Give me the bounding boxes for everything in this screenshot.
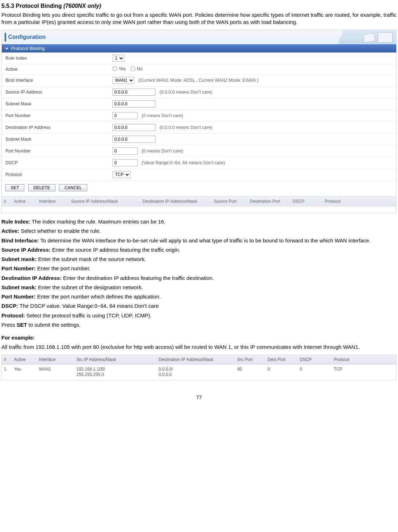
example-heading: For example: (1, 334, 397, 341)
triangle-down-icon (5, 48, 8, 50)
page-number: 77 (1, 395, 397, 400)
description-line: Rule Index: The index marking the rule. … (1, 218, 397, 225)
heading-note: (7600NX only) (63, 3, 101, 9)
col-sport: Source Port (212, 197, 248, 206)
section-bar-title: Protocol Binding (11, 46, 45, 51)
col-src: Source IP Address/Mask (69, 197, 140, 206)
ex-val-dscp: 0 (298, 365, 332, 380)
heading-title: Protocol Binding (16, 3, 62, 9)
dscp-input[interactable] (113, 159, 138, 166)
config-title: Configuration (5, 33, 46, 41)
description-term: Subnet mask: (1, 256, 36, 262)
label-rule-index: Rule Index (2, 52, 109, 64)
description-line: Source IP Address: Enter the source IP a… (1, 246, 397, 254)
config-header: Configuration (2, 30, 396, 44)
col-dscp: DSCP (290, 197, 323, 206)
description-line: Destination IP Address: Enter the destin… (1, 275, 397, 282)
label-dscp: DSCP (2, 157, 109, 169)
description-line: Protocol: Select the protocol traffic is… (1, 312, 397, 319)
bind-interface-hint: (Current WAN1 Mode: ADSL , Current WAN2 … (138, 78, 258, 83)
row-dest-ip: Destination IP Address (0.0.0.0 means Do… (2, 122, 396, 134)
label-protocol: Protocol (2, 169, 109, 181)
source-ip-input[interactable] (113, 89, 155, 96)
description-term: Destination IP Address: (1, 275, 61, 281)
label-dest-ip: Destination IP Address (2, 122, 109, 134)
ex-col-num: # (2, 355, 12, 364)
ex-val-dst: 0.0.0.0/ 0.0.0.0 (156, 365, 235, 380)
ex-val-interface: WAN1 (37, 365, 74, 380)
description-term: Source IP Address: (1, 247, 51, 253)
ex-val-active: Yes (12, 365, 37, 380)
description-term: Bind Interface: (1, 237, 39, 244)
ex-col-active: Active (12, 355, 37, 364)
section-bar[interactable]: Protocol Binding (2, 44, 396, 52)
dest-ip-input[interactable] (113, 124, 155, 131)
row-port-number-2: Port Number (0 means Don't care) (2, 145, 396, 157)
row-port-number-1: Port Number (0 means Don't care) (2, 110, 396, 122)
rule-index-select[interactable]: 1 (113, 55, 124, 62)
label-active: Active (2, 64, 109, 75)
row-subnet-mask-2: Subnet Mask (2, 134, 396, 145)
description-text: Select whether to enable the rule. (19, 228, 101, 234)
label-bind-interface: Bind Interface (2, 75, 109, 86)
row-subnet-mask-1: Subnet Mask (2, 98, 396, 110)
delete-button[interactable]: DELETE (28, 184, 56, 191)
row-rule-index: Rule Index 1 (2, 52, 396, 64)
example-row: 1 Yes WAN1 192.168.1.105/ 255.255.255.0 … (2, 365, 396, 380)
heading-number: 5.5.3 (1, 3, 14, 9)
ex-col-dscp: DSCP (298, 355, 332, 364)
description-line: Port Number: Enter the port number. (1, 265, 397, 272)
description-text: Enter the subnet mask of the source netw… (36, 256, 146, 262)
bind-interface-select[interactable]: WAN1 (113, 77, 134, 84)
description-term: Port Number: (1, 265, 36, 271)
active-no-label: No (137, 66, 143, 71)
press-suffix: to submit the settings. (27, 322, 81, 328)
config-title-text: Configuration (8, 34, 46, 40)
description-line: Subnet mask: Enter the subnet mask of th… (1, 256, 397, 263)
protocol-select[interactable]: TCP (113, 171, 130, 178)
example-heading-text: For example: (1, 335, 35, 341)
active-no-radio[interactable] (131, 66, 135, 71)
row-active: Active Yes No (2, 64, 396, 75)
cancel-button[interactable]: CANCEL (59, 184, 87, 191)
row-dscp: DSCP (Value Range:0~64, 64 means Don't c… (2, 157, 396, 169)
ex-val-src: 192.168.1.105/ 255.255.255.0 (74, 365, 156, 380)
col-dst: Destination IP Address/Mask (140, 197, 212, 206)
subnet-mask-2-input[interactable] (113, 136, 155, 143)
button-row: SET DELETE CANCEL (2, 181, 396, 196)
description-text: Enter the source IP address featuring th… (51, 247, 180, 253)
description-text: To determine the WAN interface the to-be… (39, 237, 370, 244)
dest-ip-hint: (0.0.0.0 means Don't care) (159, 125, 212, 130)
description-term: Rule Index: (1, 219, 30, 225)
example-text: All traffic from 192.168.1.105 with port… (1, 343, 397, 351)
ex-col-protocol: Protocol (332, 355, 364, 364)
ex-val-dport: 0 (265, 365, 298, 380)
port-number-2-input[interactable] (113, 147, 138, 155)
row-source-ip: Source IP Address (0.0.0.0 means Don't c… (2, 86, 396, 98)
ex-col-interface: Interface (37, 355, 74, 364)
label-subnet-mask-1: Subnet Mask (2, 98, 109, 110)
row-bind-interface: Bind Interface WAN1 (Current WAN1 Mode: … (2, 75, 396, 86)
port-number-1-hint: (0 means Don't care) (141, 113, 183, 118)
port-number-1-input[interactable] (113, 112, 138, 119)
section-heading: 5.5.3 Protocol Binding (7600NX only) (1, 3, 397, 9)
subnet-mask-1-input[interactable] (113, 100, 155, 107)
press-prefix: Press (1, 322, 17, 328)
description-line: Port Number: Enter the port number which… (1, 293, 397, 300)
col-dport: Destination Port (248, 197, 290, 206)
label-subnet-mask-2: Subnet Mask (2, 134, 109, 145)
dscp-hint: (Value Range:0~64, 64 means Don't care) (141, 160, 225, 165)
set-button[interactable]: SET (5, 184, 24, 191)
press-set-line: Press SET to submit the settings. (1, 321, 397, 328)
source-ip-hint: (0.0.0.0 means Don't care) (159, 90, 212, 95)
ex-col-src: Src IP Address/Mask (74, 355, 156, 364)
description-text: Enter the port number which defines the … (36, 293, 161, 300)
description-text: The DSCP value. Value Range:0~64, 64 mea… (18, 303, 159, 309)
label-source-ip: Source IP Address (2, 86, 109, 98)
active-yes-radio[interactable] (113, 66, 117, 71)
description-text: Enter the port number. (36, 265, 90, 271)
ex-col-dst: Destination IP Address/Mask (156, 355, 235, 364)
description-text: Enter the destination IP address featuri… (61, 275, 214, 281)
row-protocol: Protocol TCP (2, 169, 396, 181)
description-text: The index marking the rule. Maximum entr… (30, 219, 165, 225)
